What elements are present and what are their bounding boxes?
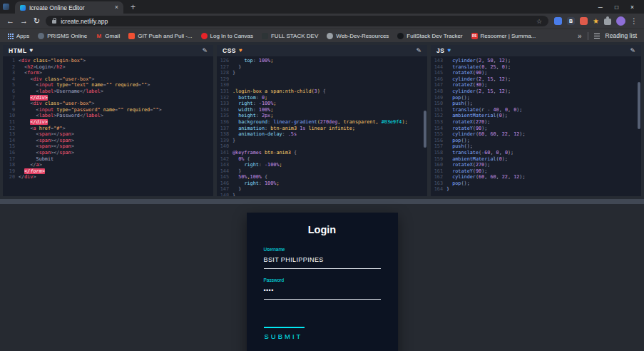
bookmark-item[interactable]: FullStack Dev Tracker bbox=[397, 33, 462, 39]
code-line[interactable]: 144 translate(0, 25, 0); bbox=[432, 64, 641, 71]
browser-tab[interactable]: Icreate Online Editor × bbox=[15, 1, 123, 14]
code-line[interactable]: 20</div> bbox=[4, 174, 213, 180]
code-line[interactable]: 161 rotateY(90); bbox=[432, 168, 641, 175]
code-line[interactable]: 138 animation-delay: .5s bbox=[218, 131, 427, 138]
code-line[interactable]: 142 0% { bbox=[218, 156, 427, 163]
code-line[interactable]: 151 translate(r - 40, 0, 0); bbox=[432, 107, 641, 113]
code-line[interactable]: 150 push(); bbox=[432, 101, 641, 107]
code-line[interactable]: 132 bottom: 0; bbox=[218, 95, 427, 101]
edit-pencil-icon[interactable]: ✎ bbox=[416, 48, 421, 54]
js-code-editor[interactable]: 143 cylinder(2, 50, 12);144 translate(0,… bbox=[431, 56, 641, 196]
forward-button[interactable]: → bbox=[20, 17, 28, 25]
bookmark-item[interactable]: GIT Push and Pull -... bbox=[128, 33, 192, 39]
code-line[interactable]: 159 ambientMaterial(0); bbox=[432, 156, 641, 163]
code-line[interactable]: 129 bbox=[218, 76, 427, 83]
code-line[interactable]: 145 rotateX(90); bbox=[432, 70, 641, 76]
bookmark-item[interactable]: M Gmail bbox=[96, 33, 120, 39]
code-line[interactable]: 148 cylinder(2, 15, 12); bbox=[432, 88, 641, 95]
code-line[interactable]: 146 cylinder(2, 15, 12); bbox=[432, 76, 641, 83]
bookmarks-overflow-icon[interactable]: » bbox=[578, 32, 582, 40]
code-line[interactable]: 10 <label>Password</label> bbox=[4, 113, 213, 119]
code-line[interactable]: 157 push(); bbox=[432, 143, 641, 150]
vertical-scrollbar-thumb[interactable] bbox=[638, 82, 640, 129]
code-line[interactable]: 17 Submit bbox=[4, 156, 213, 163]
submit-button[interactable]: SUBMIT bbox=[264, 327, 305, 340]
code-line[interactable]: 12 <a href="#"> bbox=[4, 126, 213, 132]
extension-blue-icon[interactable] bbox=[554, 17, 562, 25]
code-line[interactable]: 158 translate(-60, 0, 0); bbox=[432, 150, 641, 156]
extensions-puzzle-icon[interactable] bbox=[604, 19, 611, 25]
code-line[interactable]: 160 rotateX(270); bbox=[432, 162, 641, 168]
code-line[interactable]: 162 cylinder(60, 60, 22, 12); bbox=[432, 174, 641, 180]
code-line[interactable]: 7 </div> bbox=[4, 95, 213, 101]
code-line[interactable]: 133 right: -100%; bbox=[218, 101, 427, 107]
extension-star-icon[interactable]: ★ bbox=[593, 18, 599, 25]
minimize-button[interactable]: ─ bbox=[598, 4, 603, 11]
address-bar[interactable]: icreate.netlify.app ☆ bbox=[46, 16, 548, 26]
close-window-button[interactable]: × bbox=[630, 4, 634, 11]
code-line[interactable]: 154 rotateY(90); bbox=[432, 126, 641, 132]
code-line[interactable]: 4 <div class="user-box"> bbox=[4, 76, 213, 83]
code-line[interactable]: 9 <input type="password" name="" require… bbox=[4, 107, 213, 113]
code-line[interactable]: 139} bbox=[218, 138, 427, 144]
password-input[interactable]: •••• bbox=[264, 283, 381, 300]
menu-kebab-icon[interactable]: ⋮ bbox=[630, 17, 638, 25]
code-line[interactable]: 155 cylinder(60, 60, 22, 12); bbox=[432, 131, 641, 138]
code-line[interactable]: 131.login-box a span:nth-child(3) { bbox=[218, 88, 427, 95]
code-line[interactable]: 156 pop(); bbox=[432, 138, 641, 144]
code-line[interactable]: 134 width: 100%; bbox=[218, 107, 427, 113]
code-line[interactable]: 143 right: -100%; bbox=[218, 162, 427, 168]
code-line[interactable]: 147 rotateZ(30); bbox=[432, 82, 641, 88]
code-line[interactable]: 1<div class="login-box"> bbox=[4, 58, 213, 64]
edit-pencil-icon[interactable]: ✎ bbox=[630, 48, 635, 54]
code-line[interactable]: 141@keyframes btn-anim3 { bbox=[218, 150, 427, 156]
code-line[interactable]: 14 <span></span> bbox=[4, 138, 213, 144]
edit-pencil-icon[interactable]: ✎ bbox=[202, 48, 208, 54]
code-line[interactable]: 128} bbox=[218, 70, 427, 76]
extension-red-icon[interactable] bbox=[580, 17, 588, 25]
code-line[interactable]: 140 bbox=[218, 143, 427, 150]
bookmark-item[interactable]: PRISMS Online bbox=[38, 33, 87, 39]
tab-close-icon[interactable]: × bbox=[115, 4, 118, 11]
code-line[interactable]: 2 <h2>Login</h2> bbox=[4, 64, 213, 71]
new-tab-button[interactable]: + bbox=[131, 3, 136, 11]
code-line[interactable]: 152 ambientMaterial(0); bbox=[432, 113, 641, 119]
code-line[interactable]: 153 rotateX(270); bbox=[432, 119, 641, 126]
code-line[interactable]: 146 right: 100%; bbox=[218, 180, 427, 187]
maximize-button[interactable]: □ bbox=[615, 4, 618, 11]
code-line[interactable]: 164} bbox=[432, 186, 641, 193]
reload-button[interactable]: ↻ bbox=[34, 17, 40, 25]
code-line[interactable]: 3 <form> bbox=[4, 70, 213, 76]
bookmark-item[interactable]: RS Resoomer | Summa... bbox=[471, 33, 536, 39]
code-line[interactable]: 137 animation: btn-anim3 1s linear infin… bbox=[218, 126, 427, 132]
vertical-scrollbar-thumb[interactable] bbox=[424, 111, 426, 148]
code-line[interactable]: 5 <input type="text" name="" required=""… bbox=[4, 82, 213, 88]
username-input[interactable]: BSIT PHILIPPINES bbox=[264, 253, 381, 269]
code-line[interactable]: 16 <span></span> bbox=[4, 150, 213, 156]
code-line[interactable]: 148} bbox=[218, 193, 427, 196]
code-line[interactable]: 11 </div> bbox=[4, 119, 213, 126]
code-line[interactable]: 15 <span></span> bbox=[4, 143, 213, 150]
code-line[interactable]: 127 } bbox=[218, 64, 427, 71]
code-line[interactable]: 136 background: linear-gradient(270deg, … bbox=[218, 119, 427, 126]
back-button[interactable]: ← bbox=[6, 17, 14, 25]
code-line[interactable]: 13 <span></span> bbox=[4, 131, 213, 138]
bookmark-item[interactable]: Web-Dev-Resources bbox=[327, 33, 389, 39]
code-line[interactable]: 18 </a> bbox=[4, 162, 213, 168]
bookmark-item[interactable]: Apps bbox=[7, 33, 29, 39]
code-line[interactable]: 135 height: 2px; bbox=[218, 113, 427, 119]
html-code-editor[interactable]: 1<div class="login-box">2 <h2>Login</h2>… bbox=[3, 56, 213, 196]
reading-list-button[interactable]: Reading list bbox=[605, 32, 637, 39]
extension-b-icon[interactable]: B bbox=[567, 17, 575, 25]
bookmark-item[interactable]: Log In to Canvas bbox=[201, 33, 253, 39]
css-code-editor[interactable]: 126 top: 100%;127 }128}129130131.login-b… bbox=[217, 56, 427, 196]
code-line[interactable]: 19 </form> bbox=[4, 168, 213, 175]
code-line[interactable]: 149 pop(); bbox=[432, 95, 641, 101]
code-line[interactable]: 147 } bbox=[218, 186, 427, 193]
bookmark-item[interactable]: FULL STACK DEV bbox=[262, 33, 318, 39]
bookmark-star-icon[interactable]: ☆ bbox=[536, 18, 542, 25]
url-text[interactable]: icreate.netlify.app bbox=[61, 18, 108, 25]
editors-resize-divider[interactable] bbox=[0, 199, 644, 204]
profile-avatar[interactable] bbox=[616, 16, 625, 26]
code-line[interactable]: 130 bbox=[218, 82, 427, 88]
